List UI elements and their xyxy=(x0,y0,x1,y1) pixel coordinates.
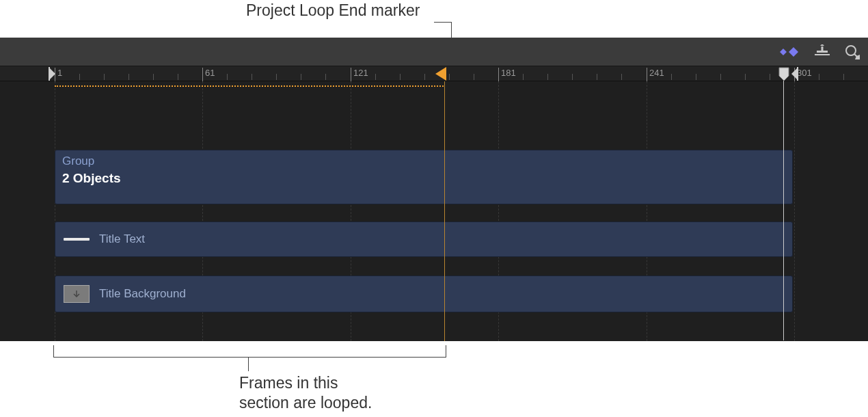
image-thumbnail-icon xyxy=(64,285,90,303)
zoom-icon[interactable] xyxy=(845,44,860,59)
callout-bracket-bottom xyxy=(53,345,446,358)
svg-marker-4 xyxy=(820,44,824,46)
snapping-icon[interactable] xyxy=(815,44,830,59)
project-end-marker[interactable] xyxy=(790,67,798,83)
object-label: Title Text xyxy=(99,232,145,246)
annotation-loop-end: Project Loop End marker xyxy=(246,1,420,20)
text-thumbnail-icon xyxy=(64,238,90,241)
svg-rect-3 xyxy=(822,46,824,52)
loop-end-line xyxy=(444,81,445,341)
object-track-title-background[interactable]: Title Background xyxy=(55,275,793,312)
loop-region-indicator xyxy=(55,85,444,87)
annotation-loop-frames: Frames in this section are looped. xyxy=(239,373,372,413)
playhead-line xyxy=(783,81,784,340)
project-start-marker[interactable] xyxy=(49,67,57,83)
callout-stem-bottom xyxy=(248,358,249,371)
timeline-panel: 1 61 121 181 241 301 xyxy=(0,38,868,341)
svg-marker-0 xyxy=(780,49,787,55)
grid-line xyxy=(794,81,795,341)
object-label: Title Background xyxy=(99,287,186,301)
svg-rect-13 xyxy=(797,67,798,81)
tracks-area: Group 2 Objects Title Text Title Backgro… xyxy=(0,81,868,341)
svg-point-6 xyxy=(846,46,856,55)
object-track-title-text[interactable]: Title Text xyxy=(55,221,793,257)
group-label: Group xyxy=(62,154,94,168)
svg-marker-11 xyxy=(435,67,446,81)
group-track[interactable]: Group 2 Objects xyxy=(55,150,793,204)
timeline-toolbar xyxy=(0,38,868,66)
keyframe-editor-icon[interactable] xyxy=(776,46,800,57)
svg-rect-5 xyxy=(815,54,830,55)
group-object-count: 2 Objects xyxy=(62,171,121,186)
svg-marker-1 xyxy=(789,47,798,57)
project-loop-end-marker[interactable] xyxy=(434,67,446,83)
playhead[interactable] xyxy=(778,67,790,85)
svg-rect-10 xyxy=(49,67,50,81)
